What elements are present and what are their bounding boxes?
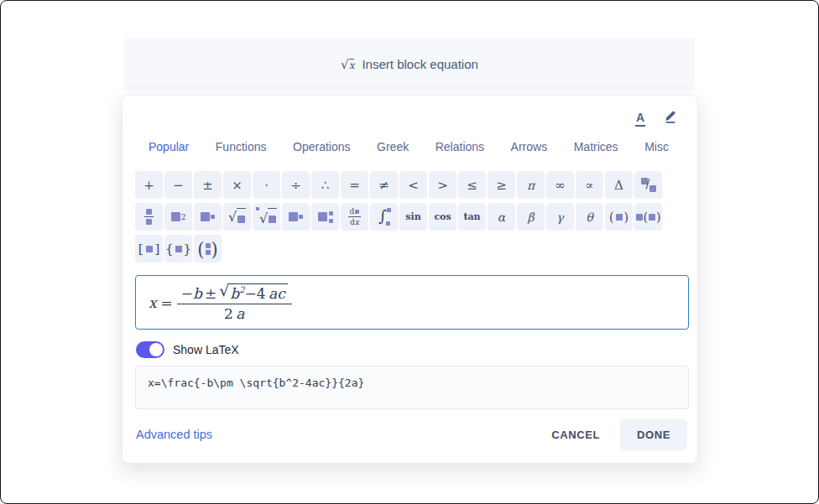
symbol-glyph: γ — [556, 210, 563, 224]
symbol-glyph: sin — [405, 211, 420, 222]
symbol-glyph: cos — [434, 211, 451, 222]
symbol-glyph: ∝ — [585, 178, 593, 193]
dialog-toolbar: A — [635, 109, 677, 127]
show-latex-label: Show LaTeX — [173, 343, 239, 356]
tab-greek[interactable]: Greek — [377, 140, 409, 153]
symbol-proportional[interactable]: ∝ — [576, 171, 603, 199]
cancel-button[interactable]: CANCEL — [550, 423, 602, 446]
symbol-less-equal[interactable]: ≤ — [458, 171, 486, 199]
symbol-glyph: ⋅ — [264, 178, 269, 193]
symbol-derivative[interactable]: ddx — [341, 203, 368, 231]
symbol-glyph: ± — [202, 178, 213, 193]
symbol-nth-root[interactable]: √ — [253, 203, 280, 231]
symbol-delta[interactable]: Δ — [605, 171, 633, 199]
symbol-glyph: tan — [463, 211, 480, 222]
symbol-power-2[interactable]: 2 — [164, 203, 192, 231]
rendered-equation: x = −b ± √ b2−4 ac 2 a — [149, 282, 292, 323]
symbol-binomial[interactable]: () — [194, 235, 222, 262]
symbol-glyph: + — [143, 178, 154, 193]
sqrt-x-icon: √x — [341, 57, 354, 72]
latex-input-box: x=\frac{-b\pm \sqrt{b^2-4ac}}{2a} — [135, 366, 689, 409]
symbol-parentheses[interactable]: () — [605, 203, 633, 231]
symbol-integral[interactable]: ∫ — [370, 203, 398, 231]
toggle-knob — [149, 343, 163, 356]
symbol-tan[interactable]: tan — [458, 203, 486, 231]
symbol-glyph: ≥ — [496, 178, 507, 193]
insert-block-equation-banner[interactable]: √x Insert block equation — [124, 38, 695, 91]
symbol-glyph: = — [349, 178, 360, 193]
symbol-plus[interactable]: + — [135, 171, 163, 199]
symbol-glyph: ∴ — [321, 178, 330, 193]
symbol-therefore[interactable]: ∴ — [311, 171, 339, 199]
symbol-infinity[interactable]: ∞ — [546, 171, 574, 199]
symbol-glyph: < — [408, 178, 419, 193]
symbol-glyph: − — [173, 178, 184, 193]
equation-preview[interactable]: x = −b ± √ b2−4 ac 2 a — [135, 275, 689, 330]
symbol-power[interactable] — [194, 203, 222, 231]
symbol-times[interactable]: × — [223, 171, 251, 199]
tab-arrows[interactable]: Arrows — [511, 140, 548, 153]
tab-popular[interactable]: Popular — [149, 140, 189, 153]
symbol-plus-minus[interactable]: ± — [194, 171, 222, 199]
symbol-inline-fraction[interactable]: / — [634, 171, 662, 199]
symbol-alpha[interactable]: α — [488, 203, 515, 231]
symbol-sin[interactable]: sin — [399, 203, 427, 231]
symbol-glyph: Δ — [614, 178, 623, 193]
symbol-cos[interactable]: cos — [429, 203, 456, 231]
symbol-glyph: ∞ — [555, 178, 566, 193]
done-button[interactable]: DONE — [620, 419, 687, 450]
show-latex-toggle[interactable] — [136, 341, 164, 358]
symbol-function[interactable]: () — [634, 203, 662, 231]
symbol-square-root[interactable]: √ — [223, 203, 251, 231]
tab-operations[interactable]: Operations — [293, 140, 350, 153]
symbol-not-equal[interactable]: ≠ — [370, 171, 398, 199]
banner-title: Insert block equation — [362, 57, 477, 71]
symbol-theta[interactable]: θ — [576, 203, 603, 231]
show-latex-row: Show LaTeX — [136, 341, 239, 358]
symbol-sub-superscript[interactable] — [311, 203, 339, 231]
symbol-beta[interactable]: β — [517, 203, 545, 231]
symbol-minus[interactable]: − — [164, 171, 192, 199]
tab-misc[interactable]: Misc — [644, 140, 669, 153]
symbol-greater-equal[interactable]: ≥ — [488, 171, 515, 199]
symbol-cdot[interactable]: ⋅ — [253, 171, 280, 199]
symbol-equals[interactable]: = — [341, 171, 368, 199]
symbol-less-than[interactable]: < — [399, 171, 427, 199]
footer-actions: CANCEL DONE — [550, 419, 687, 450]
symbol-glyph: ÷ — [290, 178, 301, 193]
symbol-glyph: α — [498, 210, 505, 224]
equation-editor-dialog: A PopularFunctionsOperationsGreekRelatio… — [122, 95, 698, 464]
symbol-brackets[interactable]: [] — [135, 235, 163, 262]
latex-input[interactable]: x=\frac{-b\pm \sqrt{b^2-4ac}}{2a} — [136, 366, 688, 408]
tab-relations[interactable]: Relations — [436, 140, 484, 153]
symbol-grid: +−±×⋅÷∴=≠<>≤≥π∞∝Δ/2√√ddx∫sincostanαβγθ()… — [135, 171, 662, 262]
symbol-fraction[interactable] — [135, 203, 163, 231]
symbol-glyph: ≤ — [467, 178, 477, 193]
symbol-gamma[interactable]: γ — [546, 203, 574, 231]
symbol-glyph: π — [527, 179, 535, 192]
tab-matrices[interactable]: Matrices — [574, 140, 618, 153]
category-tabs: PopularFunctionsOperationsGreekRelations… — [149, 140, 669, 153]
symbol-glyph: ≠ — [378, 178, 389, 193]
symbol-pi[interactable]: π — [517, 171, 545, 199]
pencil-icon[interactable] — [664, 109, 677, 127]
tab-functions[interactable]: Functions — [216, 140, 267, 153]
symbol-subscript[interactable] — [282, 203, 310, 231]
symbol-glyph: > — [437, 178, 448, 193]
symbol-greater-than[interactable]: > — [429, 171, 456, 199]
symbol-glyph: β — [527, 210, 534, 224]
advanced-tips-link[interactable]: Advanced tips — [136, 428, 212, 441]
symbol-glyph: θ — [586, 210, 592, 224]
symbol-divide[interactable]: ÷ — [282, 171, 310, 199]
symbol-glyph: × — [232, 178, 243, 193]
symbol-braces[interactable]: {} — [164, 235, 192, 262]
text-color-icon[interactable]: A — [635, 112, 645, 127]
